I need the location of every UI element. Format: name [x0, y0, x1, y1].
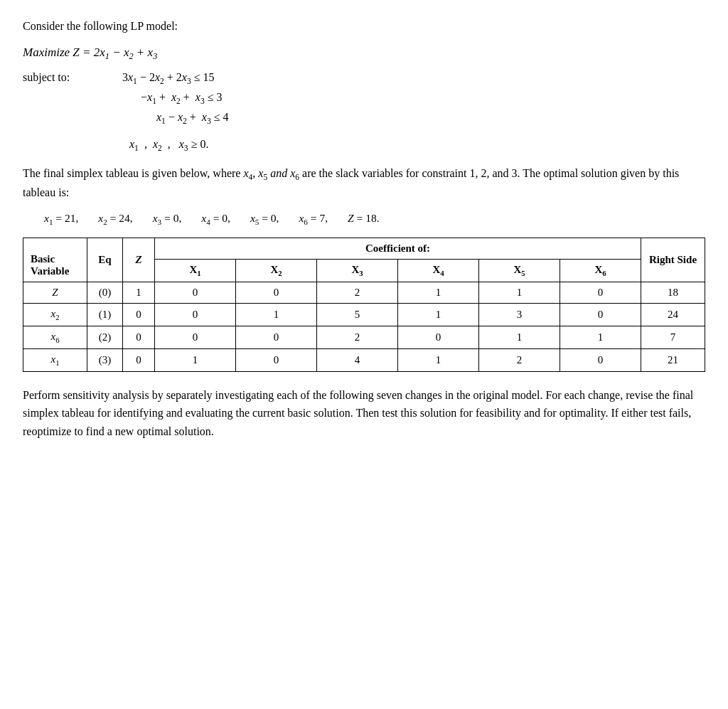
basic-var-x2: x2 [23, 303, 87, 326]
header-basic-variable: BasicVariable [23, 238, 87, 282]
col-x1: X1 [155, 259, 236, 282]
header-coefficient-of: Coefficient of: [155, 238, 641, 259]
x6-0: 0 [560, 282, 641, 303]
optimal-solution: x1 = 21, x2 = 24, x3 = 0, x4 = 0, x5 = 0… [23, 212, 705, 226]
opt-x6: x6 = 7, [299, 212, 328, 226]
rhs-0: 18 [641, 282, 705, 303]
basic-var-z: Z [23, 282, 87, 303]
eq-3: (3) [87, 348, 123, 371]
opt-x2: x2 = 24, [98, 212, 132, 226]
col-x6: X6 [560, 259, 641, 282]
x5-0: 1 [479, 282, 560, 303]
col-x4: X4 [398, 259, 479, 282]
opt-z: Z = 18. [348, 212, 380, 226]
constraint-2: −x1 + x2 + x3 ≤ 3 [141, 91, 223, 105]
x4-3: 1 [398, 348, 479, 371]
col-x3: X3 [317, 259, 398, 282]
eq-1: (1) [87, 303, 123, 326]
x6-2: 1 [560, 326, 641, 348]
simplex-tableau: BasicVariable Eq Z Coefficient of: Right… [23, 238, 705, 372]
z-0: 1 [123, 282, 155, 303]
opt-x5: x5 = 0, [250, 212, 279, 226]
x5-2: 1 [479, 326, 560, 348]
table-row: x6 (2) 0 0 0 2 0 1 1 7 [23, 326, 705, 348]
x1-3: 1 [155, 348, 236, 371]
x4-1: 1 [398, 303, 479, 326]
intro-text: Consider the following LP model: [23, 17, 705, 36]
z-2: 0 [123, 326, 155, 348]
x1-2: 0 [155, 326, 236, 348]
constraints-block: subject to: 3x1 − 2x2 + 2x3 ≤ 15 −x1 + x… [23, 71, 705, 126]
constraint-3: x1 − x2 + x3 ≤ 4 [156, 111, 228, 125]
x2-3: 0 [236, 348, 317, 371]
table-row: x1 (3) 0 1 0 4 1 2 0 21 [23, 348, 705, 371]
opt-x3: x3 = 0, [153, 212, 182, 226]
x3-0: 2 [317, 282, 398, 303]
x3-2: 2 [317, 326, 398, 348]
x4-0: 1 [398, 282, 479, 303]
z-3: 0 [123, 348, 155, 371]
x2-0: 0 [236, 282, 317, 303]
maximize-equation: Maximize Z = 2x1 − x2 + x3 [23, 43, 705, 64]
eq-0: (0) [87, 282, 123, 303]
x5-1: 3 [479, 303, 560, 326]
z-1: 0 [123, 303, 155, 326]
rhs-1: 24 [641, 303, 705, 326]
x6-1: 0 [560, 303, 641, 326]
header-z: Z [123, 238, 155, 282]
x1-1: 0 [155, 303, 236, 326]
header-right-side: Right Side [641, 238, 705, 282]
table-row: x2 (1) 0 0 1 5 1 3 0 24 [23, 303, 705, 326]
x2-1: 1 [236, 303, 317, 326]
basic-var-x1: x1 [23, 348, 87, 371]
x4-2: 0 [398, 326, 479, 348]
col-x2: X2 [236, 259, 317, 282]
rhs-2: 7 [641, 326, 705, 348]
opt-x4: x4 = 0, [201, 212, 230, 226]
x3-3: 4 [317, 348, 398, 371]
x2-2: 0 [236, 326, 317, 348]
subject-to-label: subject to: [23, 71, 115, 84]
opt-x1: x1 = 21, [44, 212, 78, 226]
table-row: Z (0) 1 0 0 2 1 1 0 18 [23, 282, 705, 303]
x3-1: 5 [317, 303, 398, 326]
rhs-3: 21 [641, 348, 705, 371]
basic-var-x6: x6 [23, 326, 87, 348]
col-x5: X5 [479, 259, 560, 282]
x1-0: 0 [155, 282, 236, 303]
header-eq: Eq [87, 238, 123, 282]
eq-2: (2) [87, 326, 123, 348]
non-negativity: x1 , x2 , x3 ≥ 0. [129, 135, 705, 155]
x5-3: 2 [479, 348, 560, 371]
x6-3: 0 [560, 348, 641, 371]
constraint-1: 3x1 − 2x2 + 2x3 ≤ 15 [122, 71, 214, 85]
description-text: The final simplex tableau is given below… [23, 165, 705, 202]
sensitivity-text: Perform sensitivity analysis by separate… [23, 386, 705, 441]
